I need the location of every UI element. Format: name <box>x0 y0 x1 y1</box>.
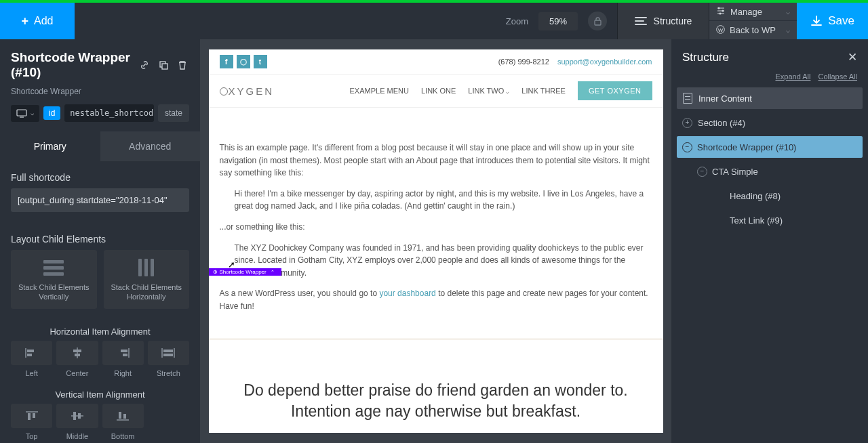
tree-item-shortcode-wrapper[interactable]: − Shortcode Wrapper (#10) <box>677 136 863 158</box>
element-tag[interactable]: ⊕Shortcode Wrapper⌃ <box>209 268 281 276</box>
svg-rect-19 <box>163 350 173 352</box>
v-align-label: Vertical Item Alignment <box>0 381 200 404</box>
svg-rect-26 <box>78 413 81 419</box>
h-align-label: Horizontal Item Alignment <box>0 318 200 341</box>
nav-item[interactable]: LINK TWO ⌵ <box>468 87 509 95</box>
desktop-icon <box>16 109 27 118</box>
body-quote: The XYZ Doohickey Company was founded in… <box>220 242 652 280</box>
page-preview[interactable]: f ◯ t (678) 999-8212 support@oxygenbuild… <box>209 49 663 433</box>
wordpress-icon <box>716 25 725 36</box>
layout-section-label: Layout Child Elements <box>0 223 200 250</box>
svg-point-1 <box>718 7 720 9</box>
trash-icon[interactable] <box>176 58 189 72</box>
canvas-area[interactable]: f ◯ t (678) 999-8212 support@oxygenbuild… <box>200 39 671 443</box>
collapse-all-link[interactable]: Collapse All <box>818 72 857 81</box>
align-center-button[interactable] <box>56 341 98 365</box>
add-button[interactable]: + Add <box>0 3 75 39</box>
link-icon[interactable] <box>138 58 151 72</box>
logo[interactable]: XYGEN <box>220 85 275 97</box>
stack-horizontal-button[interactable]: Stack Child Elements Horizontally <box>104 250 190 309</box>
get-oxygen-button[interactable]: GET OXYGEN <box>578 81 652 100</box>
plus-icon: + <box>22 14 29 28</box>
chevron-down-icon: ⌵ <box>786 26 790 34</box>
phone-text: (678) 999-8212 <box>498 58 549 66</box>
structure-tree: Inner Content + Section (#4) − Shortcode… <box>671 87 868 231</box>
properties-panel: Shortcode Wrapper (#10) Shortcode Wrappe… <box>0 39 200 443</box>
svg-point-2 <box>722 9 724 12</box>
tree-item-textlink[interactable]: Text Link (#9) <box>677 209 863 231</box>
svg-rect-29 <box>123 414 126 419</box>
shortcode-input[interactable] <box>11 188 189 212</box>
twitter-icon[interactable]: t <box>254 55 267 68</box>
collapse-icon[interactable]: − <box>697 167 707 177</box>
topbar: + Add Zoom 59% Structure Manage ⌵ Back t… <box>0 3 868 39</box>
back-to-wp-button[interactable]: Back to WP ⌵ <box>709 21 797 39</box>
align-top-button[interactable] <box>11 404 52 428</box>
zoom-value[interactable]: 59% <box>538 12 578 30</box>
nav-item[interactable]: EXAMPLE MENU <box>350 87 409 95</box>
back-label: Back to WP <box>730 25 776 35</box>
state-selector[interactable]: state <box>158 104 189 122</box>
chevron-down-icon: ⌵ <box>31 110 34 117</box>
stack-v-label: Stack Child Elements Vertically <box>16 282 92 302</box>
facebook-icon[interactable]: f <box>220 55 233 68</box>
cta-section[interactable]: Do depend better praise do friend garden… <box>209 339 663 433</box>
device-selector[interactable]: ⌵ <box>11 105 39 122</box>
chevron-down-icon: ⌵ <box>506 89 509 95</box>
tree-item-heading[interactable]: Heading (#8) <box>677 185 863 207</box>
align-middle-button[interactable] <box>56 404 98 428</box>
structure-title: Structure <box>682 51 848 64</box>
collapse-icon[interactable]: − <box>682 142 692 152</box>
svg-rect-25 <box>73 412 76 420</box>
classname-field[interactable]: nestable_shortcod <box>64 104 154 122</box>
nav-item[interactable]: LINK ONE <box>421 87 456 95</box>
stack-vertical-button[interactable]: Stack Child Elements Vertically <box>11 250 97 309</box>
duplicate-icon[interactable] <box>157 58 170 72</box>
body-quote: Hi there! I'm a bike messenger by day, a… <box>220 188 652 213</box>
svg-rect-13 <box>75 354 80 356</box>
chevron-down-icon: ⌵ <box>786 8 790 16</box>
tree-item-inner-content[interactable]: Inner Content <box>677 87 863 109</box>
svg-rect-9 <box>27 350 34 352</box>
tree-item-cta-simple[interactable]: − CTA Simple <box>677 161 863 182</box>
cta-heading[interactable]: Do depend better praise do friend garden… <box>229 380 643 422</box>
svg-rect-22 <box>28 413 31 420</box>
align-stretch-button[interactable] <box>148 341 189 365</box>
email-link[interactable]: support@oxygenbuilder.com <box>557 58 652 66</box>
align-bottom-button[interactable] <box>102 404 144 428</box>
tab-advanced[interactable]: Advanced <box>100 131 201 161</box>
save-label: Save <box>828 14 854 28</box>
align-left-button[interactable] <box>11 341 52 365</box>
body-paragraph: ...or something like this: <box>220 221 652 234</box>
instagram-icon[interactable]: ◯ <box>237 55 250 68</box>
svg-rect-10 <box>27 354 32 356</box>
svg-rect-16 <box>123 354 127 356</box>
save-button[interactable]: Save <box>797 3 868 39</box>
svg-rect-23 <box>33 413 35 418</box>
body-paragraph: This is an example page. It's different … <box>220 142 652 180</box>
expand-all-link[interactable]: Expand All <box>775 72 810 81</box>
selection-subtitle: Shortcode Wrapper <box>0 87 200 104</box>
lock-icon[interactable] <box>588 12 607 30</box>
body-paragraph: As a new WordPress user, you should go t… <box>220 287 652 312</box>
id-chip[interactable]: id <box>43 106 60 120</box>
close-icon[interactable]: ✕ <box>848 50 857 64</box>
stack-h-label: Stack Child Elements Horizontally <box>109 282 184 302</box>
selection-title: Shortcode Wrapper (#10) <box>11 50 132 80</box>
structure-button[interactable]: Structure <box>617 3 709 39</box>
manage-button[interactable]: Manage ⌵ <box>709 3 797 21</box>
add-label: Add <box>34 15 53 27</box>
expand-icon[interactable]: + <box>682 118 692 128</box>
align-right-button[interactable] <box>102 341 144 365</box>
svg-rect-15 <box>121 350 127 352</box>
tree-item-section[interactable]: + Section (#4) <box>677 112 863 133</box>
structure-panel: Structure ✕ Expand All Collapse All Inne… <box>671 39 868 443</box>
svg-rect-0 <box>595 20 601 25</box>
nav-item[interactable]: LINK THREE <box>521 87 566 95</box>
tab-primary[interactable]: Primary <box>0 131 100 161</box>
svg-rect-20 <box>163 354 173 356</box>
svg-rect-12 <box>73 350 81 352</box>
hamburger-icon <box>635 17 647 25</box>
dashboard-link[interactable]: your dashboard <box>379 289 435 298</box>
zoom-label: Zoom <box>506 16 528 26</box>
